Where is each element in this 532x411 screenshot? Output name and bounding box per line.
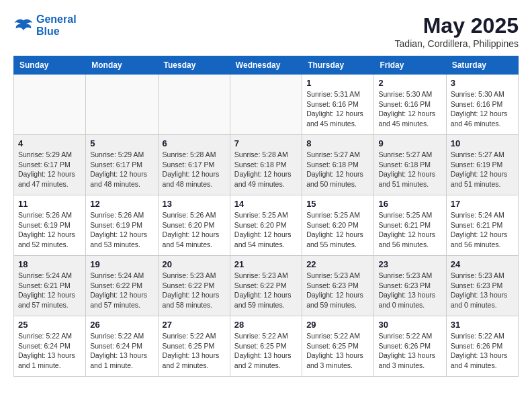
- day-number: 12: [90, 199, 153, 209]
- title-block: May 2025 Tadian, Cordillera, Philippines: [395, 13, 519, 49]
- day-number: 10: [451, 138, 514, 148]
- day-number: 18: [18, 259, 81, 269]
- day-info: Sunrise: 5:23 AM Sunset: 6:23 PM Dayligh…: [451, 271, 514, 310]
- calendar-cell: 26Sunrise: 5:22 AM Sunset: 6:24 PM Dayli…: [86, 316, 158, 377]
- day-number: 17: [451, 199, 514, 209]
- calendar-cell: 23Sunrise: 5:23 AM Sunset: 6:23 PM Dayli…: [374, 256, 446, 316]
- day-info: Sunrise: 5:25 AM Sunset: 6:21 PM Dayligh…: [378, 210, 441, 250]
- page-header: General Blue May 2025 Tadian, Cordillera…: [13, 13, 519, 49]
- calendar-cell: 8Sunrise: 5:27 AM Sunset: 6:18 PM Daylig…: [302, 135, 374, 195]
- day-info: Sunrise: 5:22 AM Sunset: 6:25 PM Dayligh…: [163, 331, 226, 371]
- day-info: Sunrise: 5:23 AM Sunset: 6:22 PM Dayligh…: [234, 271, 298, 310]
- calendar-cell: 20Sunrise: 5:23 AM Sunset: 6:22 PM Dayli…: [158, 256, 230, 316]
- calendar-header-row: SundayMondayTuesdayWednesdayThursdayFrid…: [14, 56, 519, 75]
- calendar-cell: 11Sunrise: 5:26 AM Sunset: 6:19 PM Dayli…: [14, 195, 86, 256]
- day-info: Sunrise: 5:26 AM Sunset: 6:19 PM Dayligh…: [90, 210, 153, 250]
- day-info: Sunrise: 5:28 AM Sunset: 6:18 PM Dayligh…: [234, 150, 298, 189]
- calendar-cell: [14, 75, 86, 135]
- calendar-cell: 12Sunrise: 5:26 AM Sunset: 6:19 PM Dayli…: [86, 195, 158, 256]
- day-info: Sunrise: 5:31 AM Sunset: 6:16 PM Dayligh…: [306, 89, 369, 129]
- day-info: Sunrise: 5:22 AM Sunset: 6:24 PM Dayligh…: [90, 331, 153, 371]
- day-info: Sunrise: 5:24 AM Sunset: 6:22 PM Dayligh…: [90, 271, 153, 310]
- month-year-title: May 2025: [395, 13, 519, 38]
- day-number: 8: [306, 138, 369, 148]
- day-number: 19: [90, 259, 153, 269]
- calendar-cell: 6Sunrise: 5:28 AM Sunset: 6:17 PM Daylig…: [158, 135, 230, 195]
- day-info: Sunrise: 5:26 AM Sunset: 6:20 PM Dayligh…: [163, 210, 226, 250]
- week-row-4: 18Sunrise: 5:24 AM Sunset: 6:21 PM Dayli…: [14, 256, 519, 316]
- day-number: 5: [90, 138, 153, 148]
- calendar-cell: 1Sunrise: 5:31 AM Sunset: 6:16 PM Daylig…: [302, 75, 374, 135]
- day-info: Sunrise: 5:24 AM Sunset: 6:21 PM Dayligh…: [18, 271, 81, 310]
- calendar-header-monday: Monday: [86, 56, 158, 75]
- calendar-cell: 16Sunrise: 5:25 AM Sunset: 6:21 PM Dayli…: [374, 195, 446, 256]
- calendar-cell: 25Sunrise: 5:22 AM Sunset: 6:24 PM Dayli…: [14, 316, 86, 377]
- week-row-2: 4Sunrise: 5:29 AM Sunset: 6:17 PM Daylig…: [14, 135, 519, 195]
- day-info: Sunrise: 5:22 AM Sunset: 6:26 PM Dayligh…: [451, 331, 514, 371]
- day-info: Sunrise: 5:24 AM Sunset: 6:21 PM Dayligh…: [451, 210, 514, 250]
- day-number: 15: [306, 199, 369, 209]
- logo-icon: [13, 15, 34, 36]
- calendar-cell: [86, 75, 158, 135]
- calendar-cell: 9Sunrise: 5:27 AM Sunset: 6:18 PM Daylig…: [374, 135, 446, 195]
- calendar-cell: 22Sunrise: 5:23 AM Sunset: 6:23 PM Dayli…: [302, 256, 374, 316]
- calendar-header-friday: Friday: [374, 56, 446, 75]
- day-number: 31: [451, 320, 514, 330]
- day-info: Sunrise: 5:30 AM Sunset: 6:16 PM Dayligh…: [451, 89, 514, 129]
- day-number: 2: [378, 78, 441, 88]
- day-number: 16: [378, 199, 441, 209]
- calendar-header-thursday: Thursday: [302, 56, 374, 75]
- day-number: 6: [163, 138, 226, 148]
- day-info: Sunrise: 5:23 AM Sunset: 6:23 PM Dayligh…: [378, 271, 441, 310]
- day-number: 24: [451, 259, 514, 269]
- day-info: Sunrise: 5:28 AM Sunset: 6:17 PM Dayligh…: [163, 150, 226, 189]
- day-info: Sunrise: 5:29 AM Sunset: 6:17 PM Dayligh…: [18, 150, 81, 189]
- week-row-5: 25Sunrise: 5:22 AM Sunset: 6:24 PM Dayli…: [14, 316, 519, 377]
- calendar-cell: 21Sunrise: 5:23 AM Sunset: 6:22 PM Dayli…: [230, 256, 302, 316]
- day-info: Sunrise: 5:27 AM Sunset: 6:19 PM Dayligh…: [451, 150, 514, 189]
- calendar-cell: 4Sunrise: 5:29 AM Sunset: 6:17 PM Daylig…: [14, 135, 86, 195]
- day-number: 11: [18, 199, 81, 209]
- day-info: Sunrise: 5:23 AM Sunset: 6:22 PM Dayligh…: [163, 271, 226, 310]
- day-info: Sunrise: 5:27 AM Sunset: 6:18 PM Dayligh…: [378, 150, 441, 189]
- day-info: Sunrise: 5:23 AM Sunset: 6:23 PM Dayligh…: [306, 271, 369, 310]
- day-number: 1: [306, 78, 369, 88]
- day-number: 7: [234, 138, 298, 148]
- day-number: 22: [306, 259, 369, 269]
- day-number: 9: [378, 138, 441, 148]
- calendar-header-sunday: Sunday: [14, 56, 86, 75]
- logo-text: General Blue: [36, 13, 77, 37]
- calendar-cell: 15Sunrise: 5:25 AM Sunset: 6:20 PM Dayli…: [302, 195, 374, 256]
- day-number: 13: [163, 199, 226, 209]
- calendar-cell: 2Sunrise: 5:30 AM Sunset: 6:16 PM Daylig…: [374, 75, 446, 135]
- day-number: 23: [378, 259, 441, 269]
- calendar-cell: [158, 75, 230, 135]
- day-info: Sunrise: 5:22 AM Sunset: 6:25 PM Dayligh…: [306, 331, 369, 371]
- week-row-3: 11Sunrise: 5:26 AM Sunset: 6:19 PM Dayli…: [14, 195, 519, 256]
- calendar-cell: 28Sunrise: 5:22 AM Sunset: 6:25 PM Dayli…: [230, 316, 302, 377]
- calendar-cell: 3Sunrise: 5:30 AM Sunset: 6:16 PM Daylig…: [446, 75, 518, 135]
- logo: General Blue: [13, 13, 77, 37]
- calendar-cell: 19Sunrise: 5:24 AM Sunset: 6:22 PM Dayli…: [86, 256, 158, 316]
- calendar-cell: 10Sunrise: 5:27 AM Sunset: 6:19 PM Dayli…: [446, 135, 518, 195]
- day-number: 20: [163, 259, 226, 269]
- day-number: 21: [234, 259, 298, 269]
- calendar-cell: 31Sunrise: 5:22 AM Sunset: 6:26 PM Dayli…: [446, 316, 518, 377]
- week-row-1: 1Sunrise: 5:31 AM Sunset: 6:16 PM Daylig…: [14, 75, 519, 135]
- location-subtitle: Tadian, Cordillera, Philippines: [395, 38, 519, 49]
- day-info: Sunrise: 5:22 AM Sunset: 6:24 PM Dayligh…: [18, 331, 81, 371]
- day-info: Sunrise: 5:25 AM Sunset: 6:20 PM Dayligh…: [234, 210, 298, 250]
- day-number: 30: [378, 320, 441, 330]
- day-number: 3: [451, 78, 514, 88]
- calendar-header-saturday: Saturday: [446, 56, 518, 75]
- day-info: Sunrise: 5:30 AM Sunset: 6:16 PM Dayligh…: [378, 89, 441, 129]
- calendar-cell: 29Sunrise: 5:22 AM Sunset: 6:25 PM Dayli…: [302, 316, 374, 377]
- day-number: 25: [18, 320, 81, 330]
- day-info: Sunrise: 5:26 AM Sunset: 6:19 PM Dayligh…: [18, 210, 81, 250]
- calendar-cell: [230, 75, 302, 135]
- calendar-header-tuesday: Tuesday: [158, 56, 230, 75]
- calendar-cell: 14Sunrise: 5:25 AM Sunset: 6:20 PM Dayli…: [230, 195, 302, 256]
- day-info: Sunrise: 5:25 AM Sunset: 6:20 PM Dayligh…: [306, 210, 369, 250]
- day-number: 29: [306, 320, 369, 330]
- day-info: Sunrise: 5:27 AM Sunset: 6:18 PM Dayligh…: [306, 150, 369, 189]
